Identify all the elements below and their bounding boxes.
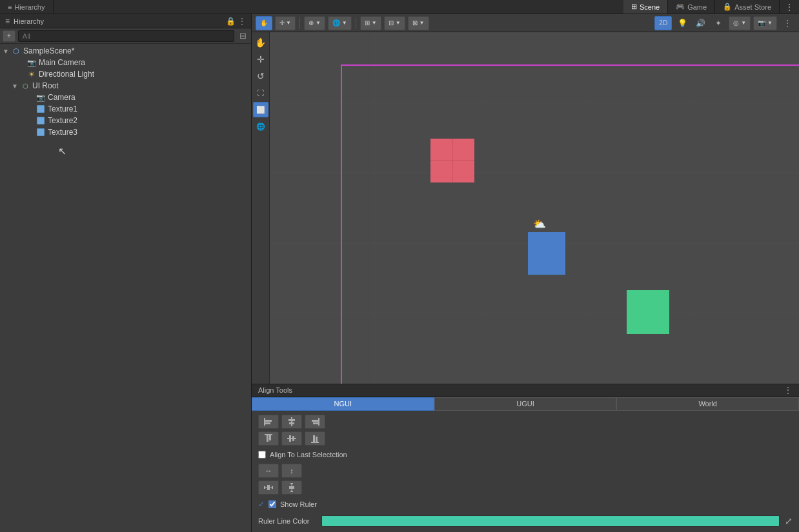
scene-texture1-box[interactable] xyxy=(430,139,474,182)
game-icon: 🎮 xyxy=(676,3,685,11)
align-bottom-btn[interactable] xyxy=(305,431,325,446)
scene-grid-icon: ⊞ xyxy=(631,3,637,11)
tb-btn-light[interactable]: 💡 xyxy=(674,16,690,30)
more-icon: ⋮ xyxy=(784,19,791,28)
align-h-row xyxy=(258,415,793,429)
align-left-btn[interactable] xyxy=(258,415,279,429)
scene-toolbar: ✋ ✛ ▼ ⊕ ▼ 🌐 ▼ ⊞ ▼ ⊟ ▼ xyxy=(252,14,799,32)
tb-btn-audio[interactable]: 🔊 xyxy=(693,16,708,30)
align-center-v-btn[interactable] xyxy=(281,431,302,446)
svg-rect-28 xyxy=(318,418,319,426)
spacing-v-icon xyxy=(287,482,297,493)
main-layout: ≡ Hierarchy 🔒 ⋮ + ⊟ ▼ ⬡ SampleScene* ▶ 📷 xyxy=(0,14,799,532)
align-left-icon xyxy=(263,417,274,427)
tool-move[interactable]: ✛ xyxy=(253,52,268,67)
tool-global[interactable]: 🌐 xyxy=(253,119,268,134)
distribute-h-btn[interactable]: ↔ xyxy=(258,464,279,478)
tb-btn-grid[interactable]: ⊟ ▼ xyxy=(384,16,405,30)
tb-btn-2d[interactable]: 2D xyxy=(654,16,672,30)
texture1-icon xyxy=(36,104,45,113)
label-uiroot: UI Root xyxy=(32,81,59,90)
tb-btn-pivot[interactable]: ⊕ ▼ xyxy=(304,16,325,30)
tree-item-texture2[interactable]: ▶ Texture2 xyxy=(0,115,251,126)
spacing-h-icon xyxy=(263,482,274,493)
canvas-border xyxy=(341,64,799,384)
hierarchy-title: Hierarchy xyxy=(14,17,222,25)
distribute-row: ↔ ↕ xyxy=(258,464,793,478)
tool-rotate[interactable]: ↺ xyxy=(253,68,268,84)
tab-world[interactable]: World xyxy=(616,397,799,411)
svg-rect-32 xyxy=(267,435,268,442)
hierarchy-add-button[interactable]: + xyxy=(3,30,15,42)
spacing-v-btn[interactable] xyxy=(281,480,302,495)
svg-rect-34 xyxy=(287,438,296,439)
hierarchy-more-icon[interactable]: ⋮ xyxy=(238,17,246,26)
scene-texture2-box[interactable] xyxy=(528,232,565,275)
ruler-color-expand-icon[interactable]: ⤢ xyxy=(785,516,793,526)
tree-item-camera[interactable]: ▶ 📷 Camera xyxy=(0,92,251,103)
align-right-icon xyxy=(310,417,320,427)
pivot-icon: ⊕ xyxy=(308,19,314,26)
tree-item-dirlight[interactable]: ▶ ☀ Directional Light xyxy=(0,68,251,80)
tb-btn-hide[interactable]: ◎ ▼ xyxy=(729,16,751,30)
tab-scene[interactable]: ⊞ Scene xyxy=(623,0,668,14)
tb-btn-snap[interactable]: ⊞ ▼ xyxy=(360,16,381,30)
align-to-last-checkbox[interactable] xyxy=(258,451,266,458)
tree-item-maincamera[interactable]: ▶ 📷 Main Camera xyxy=(0,57,251,68)
audio-icon: 🔊 xyxy=(696,19,705,28)
svg-rect-37 xyxy=(311,442,319,443)
tool-rect[interactable]: ⬜ xyxy=(253,102,268,117)
move-tool-icon: ✛ xyxy=(257,54,265,64)
distribute-v-btn[interactable]: ↕ xyxy=(281,464,302,478)
global-icon: 🌐 xyxy=(332,19,340,26)
svg-rect-35 xyxy=(289,435,291,442)
tab-ugui[interactable]: UGUI xyxy=(434,397,617,411)
tb-btn-move[interactable]: ✛ ▼ xyxy=(275,16,296,30)
tool-hand[interactable]: ✋ xyxy=(253,35,268,50)
label-maincamera: Main Camera xyxy=(39,58,85,67)
show-ruler-row: ✓ Show Ruler xyxy=(258,497,793,511)
tb-btn-fx[interactable]: ✦ xyxy=(711,16,726,30)
align-tools-header: Align Tools ⋮ xyxy=(252,384,799,397)
align-tools-menu-icon[interactable]: ⋮ xyxy=(784,385,793,395)
scene-texture3-box[interactable] xyxy=(627,290,669,334)
distribute-v-icon: ↕ xyxy=(290,467,294,475)
tool-scale[interactable]: ⛶ xyxy=(253,85,268,101)
align-right-btn[interactable] xyxy=(305,415,325,429)
tab-assetstore[interactable]: 🔒 Asset Store xyxy=(715,0,780,14)
tb-btn-more[interactable]: ⋮ xyxy=(780,16,795,30)
svg-rect-36 xyxy=(292,436,294,441)
tb-btn-hand[interactable]: ✋ xyxy=(256,16,272,30)
tb-btn-pixel[interactable]: ⊠ ▼ xyxy=(408,16,429,30)
hierarchy-lock-icon[interactable]: 🔒 xyxy=(226,17,236,26)
tab-ngui[interactable]: NGUI xyxy=(252,397,434,411)
tree-item-texture1[interactable]: ▶ Texture1 xyxy=(0,103,251,115)
hierarchy-header: ≡ Hierarchy 🔒 ⋮ xyxy=(0,14,251,28)
tb-btn-global[interactable]: 🌐 ▼ xyxy=(328,16,352,30)
align-top-btn[interactable] xyxy=(258,431,279,446)
hide-chevron: ▼ xyxy=(741,20,746,26)
cam-chevron: ▼ xyxy=(767,20,773,26)
ruler-color-bar[interactable] xyxy=(321,515,780,527)
cursor-icon: ↖ xyxy=(58,145,66,157)
tree-item-uiroot[interactable]: ▼ ⬡ UI Root xyxy=(0,80,251,92)
tab-game[interactable]: 🎮 Game xyxy=(668,0,715,14)
tree-item-samplescene[interactable]: ▼ ⬡ SampleScene* xyxy=(0,45,251,57)
hierarchy-toolbar: + ⊟ xyxy=(0,28,251,44)
align-center-h-btn[interactable] xyxy=(281,415,302,429)
tree-item-texture3[interactable]: ▶ Texture3 xyxy=(0,126,251,138)
show-ruler-checkbox[interactable] xyxy=(268,500,276,508)
tab-hierarchy[interactable]: ≡ Hierarchy xyxy=(0,0,54,14)
scale-tool-icon: ⛶ xyxy=(257,89,264,97)
rect-tool-icon: ⬜ xyxy=(256,106,265,114)
tb-sep2 xyxy=(356,17,356,29)
scene-view[interactable]: ⛅ xyxy=(270,32,799,384)
svg-rect-47 xyxy=(289,486,294,489)
scene-panel-menu[interactable]: ⋮ xyxy=(780,2,799,12)
tb-btn-cam[interactable]: 📷 ▼ xyxy=(753,16,777,30)
hierarchy-search-input[interactable] xyxy=(18,30,234,42)
move-handle-icon: ⛅ xyxy=(533,218,546,230)
hierarchy-layout-icon[interactable]: ⊟ xyxy=(237,31,248,41)
spacing-h-btn[interactable] xyxy=(258,480,279,495)
hand-tool-icon: ✋ xyxy=(255,37,266,48)
